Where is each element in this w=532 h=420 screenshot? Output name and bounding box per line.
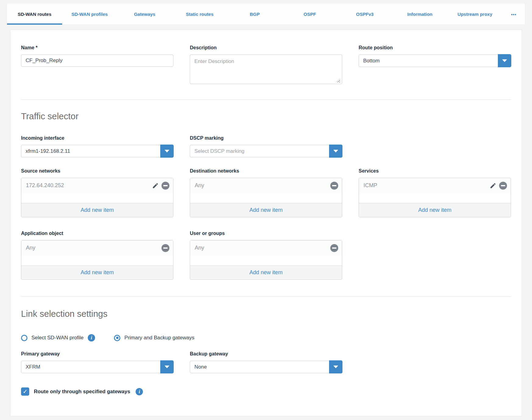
section-divider (21, 100, 511, 100)
application-object-box: Any Add new item (21, 240, 173, 280)
services-box: ICMP Add new item (359, 178, 511, 217)
dscp-marking-label: DSCP marking (190, 135, 342, 141)
chevron-down-icon[interactable] (160, 145, 174, 158)
listbox-empty-area (190, 193, 342, 203)
add-new-item-button[interactable]: Add new item (21, 203, 173, 217)
backup-gateway-value: None (190, 361, 342, 373)
tab-ospfv3[interactable]: OSPFv3 (337, 3, 392, 25)
backup-gateway-label: Backup gateway (190, 351, 342, 357)
radio-select-sdwan-profile[interactable]: Select SD-WAN profile i (21, 334, 95, 341)
chevron-down-icon[interactable] (160, 360, 174, 373)
tab-information[interactable]: Information (392, 3, 448, 25)
route-position-value: Bottom (359, 55, 511, 67)
route-position-label: Route position (359, 45, 511, 51)
tab-ospf[interactable]: OSPF (282, 3, 337, 25)
services-label: Services (359, 168, 511, 174)
dscp-marking-placeholder: Select DSCP marking (190, 145, 342, 157)
list-item: 172.64.240.252 (21, 178, 173, 193)
content-card: Name * Description Route position Bottom… (10, 30, 522, 416)
incoming-interface-value: xfrm1-192.168.2.11 (21, 145, 173, 157)
primary-gateway-label: Primary gateway (21, 351, 173, 357)
route-position-dropdown[interactable]: Bottom (359, 54, 511, 67)
radio-primary-backup-gateways[interactable]: Primary and Backup gateways (114, 335, 194, 341)
application-object-label: Application object (21, 231, 173, 236)
tab-static-routes[interactable]: Static routes (172, 3, 227, 25)
info-icon[interactable]: i (88, 334, 95, 341)
tab-sdwan-profiles[interactable]: SD-WAN profiles (62, 3, 117, 25)
tab-bar: SD-WAN routes SD-WAN profiles Gateways S… (7, 3, 525, 25)
list-item: Any (190, 178, 342, 193)
primary-gateway-value: XFRM (21, 361, 173, 373)
list-item: Any (190, 240, 342, 255)
user-groups-label: User or groups (190, 231, 342, 236)
remove-icon[interactable] (330, 244, 338, 252)
section-divider (21, 296, 511, 297)
route-only-checkbox-label: Route only through specified gateways (34, 389, 130, 395)
description-textarea[interactable] (190, 54, 342, 84)
tab-sdwan-routes[interactable]: SD-WAN routes (7, 3, 62, 25)
chevron-down-icon[interactable] (329, 145, 342, 158)
edit-icon[interactable] (152, 182, 159, 189)
tab-bgp[interactable]: BGP (227, 3, 282, 25)
chevron-down-icon[interactable] (329, 360, 342, 373)
add-new-item-button[interactable]: Add new item (359, 203, 511, 217)
source-networks-label: Source networks (21, 168, 173, 174)
add-new-item-button[interactable]: Add new item (190, 203, 342, 217)
radio-selected-icon[interactable] (114, 335, 120, 341)
destination-networks-label: Destination networks (190, 168, 342, 174)
add-new-item-button[interactable]: Add new item (21, 265, 173, 279)
remove-icon[interactable] (499, 182, 507, 190)
backup-gateway-dropdown[interactable]: None (190, 361, 342, 373)
route-only-checkbox[interactable]: ✓ (21, 387, 29, 396)
chevron-down-icon[interactable] (498, 54, 511, 67)
incoming-interface-label: Incoming interface (21, 135, 173, 141)
listbox-empty-area (359, 193, 511, 203)
listbox-empty-area (21, 255, 173, 265)
link-selection-heading: Link selection settings (21, 309, 511, 319)
list-item: ICMP (359, 178, 511, 193)
list-item: Any (21, 240, 173, 255)
add-new-item-button[interactable]: Add new item (190, 265, 342, 279)
remove-icon[interactable] (161, 244, 169, 252)
traffic-selector-heading: Traffic selector (21, 111, 511, 121)
listbox-empty-area (190, 255, 342, 265)
edit-icon[interactable] (490, 182, 496, 189)
radio-label: Primary and Backup gateways (124, 335, 194, 341)
remove-icon[interactable] (330, 182, 338, 190)
description-label: Description (190, 45, 342, 51)
name-input[interactable] (21, 54, 173, 67)
incoming-interface-dropdown[interactable]: xfrm1-192.168.2.11 (21, 145, 173, 157)
list-item-label: Any (195, 245, 330, 251)
tab-upstream-proxy[interactable]: Upstream proxy (447, 3, 502, 25)
info-icon[interactable]: i (136, 388, 143, 395)
primary-gateway-dropdown[interactable]: XFRM (21, 361, 173, 373)
list-item-label: 172.64.240.252 (26, 182, 152, 189)
list-item-label: Any (195, 182, 330, 189)
radio-label: Select SD-WAN profile (31, 335, 83, 341)
dscp-marking-dropdown[interactable]: Select DSCP marking (190, 145, 342, 157)
listbox-empty-area (21, 193, 173, 203)
destination-networks-box: Any Add new item (190, 178, 342, 217)
radio-unselected-icon[interactable] (21, 335, 27, 341)
user-groups-box: Any Add new item (190, 240, 342, 280)
source-networks-box: 172.64.240.252 Add new item (21, 178, 173, 217)
more-tabs-icon[interactable]: ••• (502, 3, 525, 25)
list-item-label: Any (26, 245, 161, 251)
list-item-label: ICMP (364, 182, 490, 189)
tab-gateways[interactable]: Gateways (117, 3, 172, 25)
name-label: Name * (21, 45, 173, 51)
remove-icon[interactable] (161, 182, 169, 190)
